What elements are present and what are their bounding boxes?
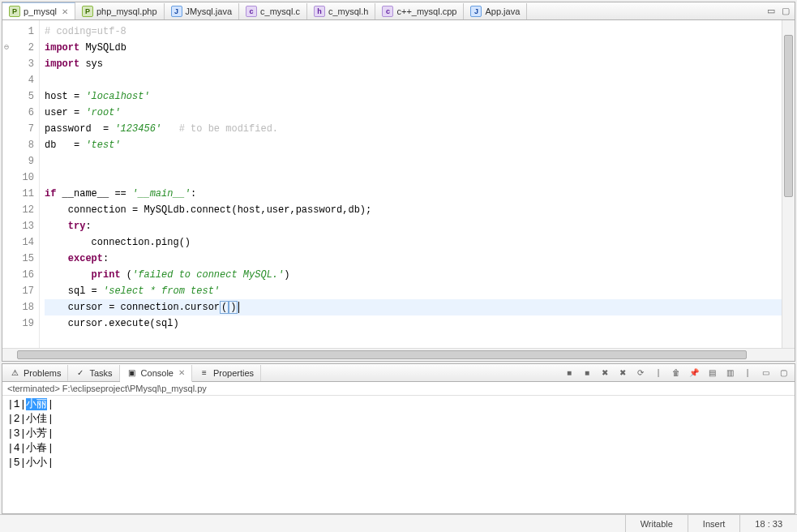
- code-line[interactable]: [45, 169, 782, 186]
- code-token: try: [68, 221, 86, 232]
- editor-tab-c-mysql-cpp[interactable]: cc++_mysql.cpp: [375, 3, 464, 19]
- code-line[interactable]: cursor.execute(sql): [45, 315, 782, 332]
- vscroll-thumb[interactable]: [784, 35, 793, 197]
- file-type-icon: P: [9, 6, 20, 17]
- editor-tab-c-mysql-h[interactable]: hc_mysql.h: [307, 3, 376, 19]
- line-number: 14: [2, 234, 34, 251]
- code-token: :: [191, 188, 196, 200]
- pin-console-icon[interactable]: 📌: [688, 367, 701, 380]
- code-line[interactable]: import sys: [45, 56, 782, 72]
- console-output[interactable]: |1|小丽||2|小佳||3|小芳||4|小春||5|小小|: [2, 396, 795, 513]
- editor-tab-jmysql-java[interactable]: JJMysql.java: [165, 3, 239, 19]
- code-line[interactable]: sql = 'select * from test': [45, 283, 782, 299]
- code-line[interactable]: try:: [45, 218, 782, 234]
- view-tab-label: Problems: [24, 368, 61, 378]
- console-suffix: |: [47, 457, 54, 469]
- console-suffix: |: [47, 427, 54, 440]
- code-line[interactable]: cursor = connection.cursor(): [45, 299, 782, 315]
- views-tab-problems[interactable]: ⚠Problems: [2, 365, 68, 381]
- code-line[interactable]: password = '123456' # to be modified.: [45, 121, 782, 137]
- console-toolbar: ■■✖✖⟳|🗑📌▤▥|▭▢: [563, 367, 795, 380]
- display-icon[interactable]: ▤: [705, 367, 718, 380]
- file-type-icon: J: [470, 6, 482, 17]
- code-line[interactable]: connection.ping(): [45, 234, 782, 251]
- file-type-icon: P: [82, 6, 93, 17]
- code-line[interactable]: except:: [45, 251, 782, 267]
- tab-label: c++_mysql.cpp: [396, 6, 456, 16]
- line-number: 13: [2, 218, 34, 234]
- editor-tab-p-mysql[interactable]: Pp_mysql✕: [2, 2, 75, 20]
- editor-tab-php-mysql-php[interactable]: Pphp_mysql.php: [75, 3, 165, 19]
- clear-console-icon[interactable]: 🗑: [670, 367, 683, 380]
- console-line[interactable]: |4|小春|: [7, 441, 790, 456]
- code-token: cursor = connection.cursor: [45, 302, 220, 313]
- console-line[interactable]: |2|小佳|: [7, 412, 790, 427]
- tab-label: c_mysql.c: [260, 6, 300, 16]
- line-number: 10: [2, 169, 34, 186]
- code-token: 'localhost': [85, 91, 149, 102]
- views-tab-console[interactable]: ▣Console✕: [120, 365, 192, 382]
- code-token: print: [92, 269, 121, 281]
- status-bar: Writable Insert 18 : 33: [0, 514, 797, 532]
- console-line[interactable]: |5|小小|: [7, 456, 790, 470]
- code-token: user =: [45, 107, 85, 118]
- code-token: if: [45, 188, 56, 200]
- editor-tab-c-mysql-c[interactable]: cc_mysql.c: [239, 3, 307, 19]
- line-number: 1: [2, 24, 34, 40]
- code-line[interactable]: connection = MySQLdb.connect(host,user,p…: [45, 202, 782, 218]
- console-header: <terminated> F:\eclipseproject\PMysql\p_…: [2, 382, 795, 396]
- hscroll-thumb[interactable]: [17, 350, 747, 359]
- console-line[interactable]: |3|小芳|: [7, 427, 790, 441]
- scroll-lock-icon[interactable]: ⟳: [634, 367, 647, 380]
- file-type-icon: c: [246, 6, 257, 17]
- code-area[interactable]: # coding=utf-8import MySQLdbimport sysho…: [40, 20, 782, 348]
- console-line[interactable]: |1|小丽|: [7, 397, 790, 412]
- code-token: [45, 221, 68, 232]
- file-type-icon: J: [171, 6, 182, 17]
- code-line[interactable]: import MySQLdb: [45, 40, 782, 56]
- close-view-icon[interactable]: ✕: [178, 368, 185, 377]
- code-line[interactable]: print ('failed to connect MySQL.'): [45, 267, 782, 283]
- editor-pane: Pp_mysql✕Pphp_mysql.phpJJMysql.javacc_my…: [2, 2, 795, 362]
- line-number: 8: [2, 137, 34, 153]
- views-tab-properties[interactable]: ≡Properties: [192, 365, 261, 381]
- terminate-all-icon[interactable]: ■: [581, 367, 593, 380]
- code-token: :: [85, 221, 91, 232]
- line-number: 9: [2, 153, 34, 169]
- code-line[interactable]: [45, 153, 782, 169]
- status-spacer: [398, 515, 625, 532]
- properties-icon: ≡: [199, 367, 210, 379]
- code-line[interactable]: db = 'test': [45, 137, 782, 153]
- remove-all-icon[interactable]: ✖: [616, 367, 629, 380]
- code-token: password =: [45, 123, 114, 135]
- code-line[interactable]: user = 'root': [45, 105, 782, 121]
- code-token: 'test': [85, 139, 120, 151]
- console-value: 小芳: [26, 427, 47, 440]
- minimize-pane-icon[interactable]: ▭: [767, 6, 775, 16]
- code-line[interactable]: [45, 72, 782, 88]
- code-token: 'root': [85, 107, 120, 118]
- close-tab-icon[interactable]: ✕: [62, 7, 68, 16]
- code-line[interactable]: # coding=utf-8: [45, 24, 782, 40]
- code-line[interactable]: host = 'localhost': [45, 88, 782, 105]
- line-number: 19: [2, 315, 34, 332]
- open-console-icon[interactable]: ▥: [723, 367, 736, 380]
- code-token: ): [229, 301, 238, 314]
- editor-tab-app-java[interactable]: JApp.java: [464, 3, 527, 19]
- minimize-icon[interactable]: ▭: [759, 367, 772, 380]
- maximize-icon[interactable]: ▢: [777, 367, 790, 380]
- maximize-pane-icon[interactable]: ▢: [782, 6, 790, 16]
- status-writable: Writable: [625, 515, 688, 532]
- tab-label: php_mysql.php: [96, 6, 157, 16]
- tab-label: App.java: [485, 6, 520, 16]
- views-tab-tasks[interactable]: ✓Tasks: [68, 365, 119, 381]
- horizontal-scrollbar[interactable]: [2, 348, 795, 361]
- terminate-icon[interactable]: ■: [563, 367, 576, 380]
- code-token: ): [284, 269, 289, 281]
- console-value: 小小: [26, 457, 47, 469]
- vertical-scrollbar[interactable]: [782, 20, 795, 348]
- console-prefix: |5|: [7, 457, 26, 469]
- remove-icon[interactable]: ✖: [598, 367, 611, 380]
- code-line[interactable]: if __name__ == '__main__':: [45, 186, 782, 202]
- code-token: '123456': [114, 123, 161, 135]
